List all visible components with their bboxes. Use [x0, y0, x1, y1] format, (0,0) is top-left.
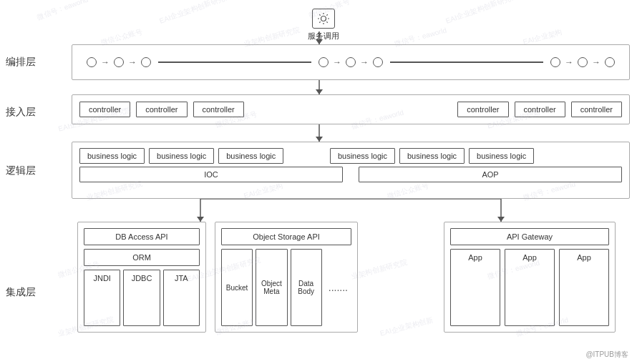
flow-circle [141, 57, 151, 67]
flow-arrow: → [128, 57, 137, 67]
flow-circle [87, 57, 97, 67]
flow-circle [373, 57, 383, 67]
logic-layer: business logic business logic business l… [72, 142, 630, 199]
flow-arrow: → [360, 57, 369, 67]
business-logic-4: business logic [330, 148, 395, 164]
controller-1: controller [79, 102, 130, 117]
app-2: App [505, 249, 555, 326]
jndi-row: JNDI JDBC JTA [84, 270, 200, 326]
logic-top: business logic business logic business l… [72, 142, 629, 167]
flow-circle [318, 57, 329, 67]
flow-circle [605, 57, 615, 67]
flow-arrow: → [333, 57, 341, 67]
flow-circle [114, 57, 124, 67]
orchestration-layer-label: 编排层 [6, 56, 36, 69]
business-logic-3: business logic [218, 148, 283, 164]
db-api-label: DB Access API [84, 228, 200, 245]
flow-circle [550, 57, 560, 67]
controller-4: controller [457, 102, 508, 117]
api-gw-label: API Gateway [450, 228, 609, 245]
api-gateway-block: API Gateway App App App [444, 222, 616, 333]
jndi-box: JNDI [84, 270, 120, 326]
obj-bottom-row: Bucket ObjectMeta DataBody ....... [221, 249, 351, 326]
jdbc-box: JDBC [123, 270, 160, 326]
flow-group-2: → → [318, 57, 383, 67]
db-access-block: DB Access API ORM JNDI JDBC JTA [77, 222, 206, 333]
flow-arrow: → [565, 57, 573, 67]
flow-separator [158, 62, 311, 63]
orm-label: ORM [84, 249, 200, 266]
business-logic-1: business logic [79, 148, 145, 164]
svg-marker-9 [497, 217, 505, 222]
access-layer: controller controller controller control… [72, 94, 630, 124]
orchestration-layer: → → → → → → [72, 44, 630, 80]
flow-arrow: → [592, 57, 600, 67]
logic-bottom: IOC AOP [72, 167, 629, 182]
business-logic-5: business logic [399, 148, 465, 164]
flow-group-3: → → [550, 57, 615, 67]
bucket-box: Bucket [221, 249, 253, 326]
service-call: 服务调用 [308, 9, 339, 41]
copyright: @ITPUB博客 [585, 350, 628, 360]
svg-marker-3 [316, 89, 323, 94]
service-label: 服务调用 [308, 31, 339, 41]
business-logic-2: business logic [149, 148, 214, 164]
app-1: App [450, 249, 500, 326]
business-logic-6: business logic [469, 148, 534, 164]
dots-box: ....... [325, 249, 351, 326]
logic-layer-label: 逻辑层 [6, 164, 36, 177]
objmeta-box: ObjectMeta [256, 249, 287, 326]
flow-group-1: → → [87, 57, 151, 67]
jta-box: JTA [163, 270, 200, 326]
flow-circle [578, 57, 588, 67]
svg-marker-7 [197, 217, 204, 222]
flow-separator [390, 62, 543, 63]
databody-box: DataBody [291, 249, 322, 326]
svg-marker-5 [316, 137, 323, 142]
controller-6: controller [571, 102, 622, 117]
app-row: App App App [450, 249, 609, 326]
aop-box: AOP [359, 167, 622, 182]
controller-2: controller [136, 102, 187, 117]
app-3: App [559, 249, 609, 326]
object-storage-block: Object Storage API Bucket ObjectMeta Dat… [215, 222, 358, 333]
access-layer-label: 接入层 [6, 106, 36, 119]
flow-arrow: → [101, 57, 110, 67]
obj-api-label: Object Storage API [221, 228, 351, 245]
gear-icon [312, 9, 335, 29]
controller-3: controller [193, 102, 244, 117]
ioc-box: IOC [79, 167, 343, 182]
flow-circle [346, 57, 356, 67]
integration-layer-label: 集成层 [6, 286, 36, 299]
controller-5: controller [515, 102, 565, 117]
